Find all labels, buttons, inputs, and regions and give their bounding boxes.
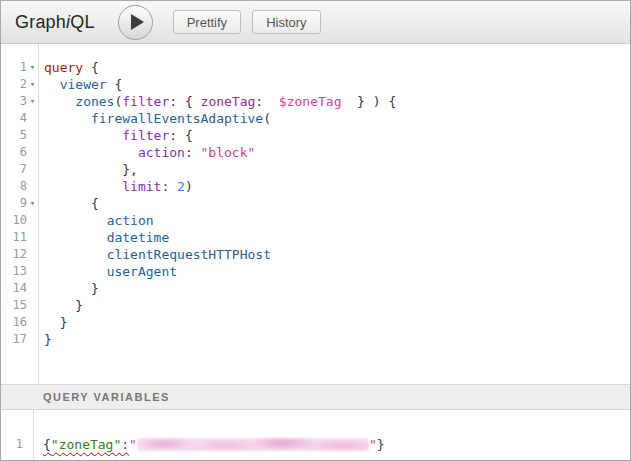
play-icon — [131, 14, 144, 30]
code-token: ) — [185, 179, 193, 194]
code-token: ( — [263, 111, 271, 126]
code-token: } — [44, 281, 99, 296]
fold-gutter-spacer — [27, 178, 38, 195]
variables-editor-code[interactable]: {"zoneTag":""} — [34, 410, 630, 460]
code-line[interactable]: filter: { — [44, 127, 630, 144]
code-token: : { — [169, 128, 192, 143]
line-number: 10 — [1, 212, 27, 229]
code-token: { — [83, 60, 99, 75]
code-token: datetime — [107, 230, 170, 245]
line-number: 14 — [1, 280, 27, 297]
code-line[interactable]: } — [44, 314, 630, 331]
prettify-button[interactable]: Prettify — [173, 10, 241, 34]
code-token: zoneTag — [201, 94, 256, 109]
toolbar: GraphiQL Prettify History — [1, 1, 630, 44]
fold-gutter-spacer — [27, 127, 38, 144]
code-token — [44, 145, 138, 160]
code-line[interactable]: firewallEventsAdaptive( — [44, 110, 630, 127]
logo-text: Graph — [15, 12, 66, 32]
query-editor-gutter: 1▾2▾3▾456789▾1011121314151617 — [1, 44, 39, 384]
code-line[interactable]: clientRequestHTTPHost — [44, 246, 630, 263]
fold-gutter-spacer — [27, 314, 38, 331]
code-token: "zoneTag" — [51, 437, 121, 452]
code-line[interactable]: } — [44, 280, 630, 297]
code-line[interactable]: query { — [44, 59, 630, 76]
code-token: }, — [44, 162, 138, 177]
code-token — [44, 94, 75, 109]
fold-arrow-icon[interactable]: ▾ — [27, 195, 38, 212]
code-token: " — [129, 437, 137, 452]
code-token: $zoneTag — [279, 94, 342, 109]
graphiql-logo: GraphiQL — [15, 12, 95, 33]
line-number: 9 — [1, 195, 27, 212]
fold-gutter-spacer — [27, 212, 38, 229]
code-line[interactable]: { — [44, 195, 630, 212]
fold-gutter-spacer — [27, 263, 38, 280]
fold-gutter-spacer — [27, 229, 38, 246]
code-token: } — [44, 298, 83, 313]
query-variables-title: QUERY VARIABLES — [43, 391, 170, 403]
history-button[interactable]: History — [252, 10, 320, 34]
code-token: : — [121, 437, 129, 452]
code-line[interactable]: action — [44, 212, 630, 229]
code-line[interactable]: zones(filter: { zoneTag: $zoneTag } ) { — [44, 93, 630, 110]
code-line[interactable]: limit: 2) — [44, 178, 630, 195]
code-token: } — [44, 332, 52, 347]
code-line[interactable]: } — [44, 297, 630, 314]
code-token — [44, 179, 122, 194]
query-variables-title-bar[interactable]: QUERY VARIABLES — [1, 384, 630, 410]
code-token — [44, 247, 107, 262]
code-line[interactable]: action: "block" — [44, 144, 630, 161]
code-line[interactable]: {"zoneTag":""} — [43, 436, 630, 453]
code-token — [44, 111, 91, 126]
code-token: clientRequestHTTPHost — [107, 247, 271, 262]
code-token: " — [369, 437, 377, 452]
fold-gutter-spacer — [27, 110, 38, 127]
code-line[interactable]: viewer { — [44, 76, 630, 93]
code-token — [44, 128, 122, 143]
code-line[interactable]: datetime — [44, 229, 630, 246]
query-editor-code[interactable]: query { viewer { zones(filter: { zoneTag… — [39, 44, 630, 384]
code-token: limit — [122, 179, 161, 194]
line-number: 2 — [1, 76, 27, 93]
execute-query-button[interactable] — [118, 5, 153, 40]
code-token: } ) { — [341, 94, 396, 109]
query-editor[interactable]: 1▾2▾3▾456789▾1011121314151617 query { vi… — [1, 44, 630, 384]
code-token: { — [44, 196, 99, 211]
code-token: action — [107, 213, 154, 228]
fold-arrow-icon[interactable]: ▾ — [27, 93, 38, 110]
graphiql-window: GraphiQL Prettify History 1▾2▾3▾456789▾1… — [0, 0, 631, 461]
fold-gutter-spacer — [27, 246, 38, 263]
code-token: action — [138, 145, 185, 160]
code-line[interactable]: }, — [44, 161, 630, 178]
fold-gutter-spacer — [27, 331, 38, 348]
code-line[interactable]: } — [44, 331, 630, 348]
line-number: 8 — [1, 178, 27, 195]
fold-arrow-icon[interactable]: ▾ — [27, 59, 38, 76]
line-number: 1 — [1, 436, 23, 453]
code-token: { — [107, 77, 123, 92]
code-token — [44, 213, 107, 228]
code-token: { — [43, 437, 51, 452]
line-number: 1 — [1, 59, 27, 76]
code-token: filter — [122, 128, 169, 143]
line-number: 15 — [1, 297, 27, 314]
code-token — [44, 230, 107, 245]
fold-arrow-icon[interactable]: ▾ — [27, 76, 38, 93]
code-token: "block" — [201, 145, 256, 160]
code-token: : — [185, 145, 201, 160]
line-number: 12 — [1, 246, 27, 263]
fold-gutter-spacer — [27, 161, 38, 178]
variables-editor[interactable]: 1 {"zoneTag":""} — [1, 410, 630, 460]
code-token: filter — [122, 94, 169, 109]
line-number: 13 — [1, 263, 27, 280]
code-token: userAgent — [107, 264, 177, 279]
fold-gutter-spacer — [27, 280, 38, 297]
code-token: } — [44, 315, 67, 330]
code-token: : — [255, 94, 278, 109]
line-number: 5 — [1, 127, 27, 144]
variables-editor-gutter: 1 — [1, 410, 34, 460]
code-token: } — [377, 437, 385, 452]
code-token: 2 — [177, 179, 185, 194]
code-line[interactable]: userAgent — [44, 263, 630, 280]
